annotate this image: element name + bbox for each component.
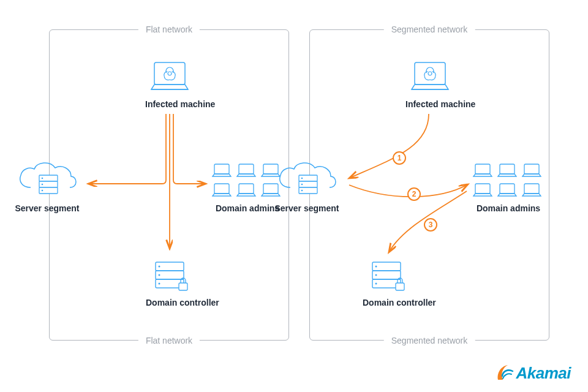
node-label: Server segment [273, 203, 341, 213]
brand-logo: Akamai [494, 363, 571, 383]
panel-title-top: Flat network [138, 24, 200, 34]
svg-rect-10 [239, 164, 254, 174]
svg-point-28 [301, 178, 303, 179]
node-label: Server segment [13, 203, 81, 213]
cloud-server-icon [273, 158, 341, 200]
laptop-grid-icon [472, 162, 545, 200]
svg-rect-35 [500, 184, 514, 194]
brand-name: Akamai [516, 364, 571, 383]
svg-point-40 [375, 266, 377, 268]
svg-point-2 [168, 72, 172, 75]
svg-point-24 [428, 72, 432, 75]
svg-point-20 [159, 283, 160, 285]
step-badge-3: 3 [424, 218, 437, 232]
svg-point-7 [42, 184, 43, 186]
svg-point-19 [159, 274, 160, 276]
step-badge-1: 1 [393, 151, 406, 165]
laptop-biohazard-icon [145, 60, 194, 96]
svg-point-29 [301, 184, 303, 186]
svg-point-6 [42, 178, 43, 179]
svg-rect-34 [475, 184, 490, 194]
node-dc-left: Domain controller [146, 258, 219, 307]
node-dc-right: Domain controller [363, 258, 436, 307]
node-server-right: Server segment [273, 158, 341, 213]
svg-rect-33 [524, 164, 539, 174]
svg-point-30 [301, 190, 303, 192]
node-label: Domain controller [146, 298, 219, 307]
svg-rect-0 [154, 62, 185, 85]
svg-rect-36 [524, 184, 539, 194]
node-label: Infected machine [405, 99, 475, 109]
panel-title-bottom: Segmented network [384, 336, 475, 345]
svg-rect-9 [214, 164, 229, 174]
svg-point-18 [159, 266, 160, 268]
node-infected-left: Infected machine [145, 60, 215, 109]
svg-point-41 [375, 274, 377, 276]
server-lock-icon [146, 258, 194, 294]
node-label: Domain controller [363, 298, 436, 307]
server-lock-icon [363, 258, 410, 294]
node-label: Domain admins [472, 203, 545, 213]
node-admins-right: Domain admins [472, 162, 545, 213]
panel-title-bottom: Flat network [138, 336, 200, 345]
svg-rect-31 [475, 164, 490, 174]
cloud-server-icon [13, 158, 81, 200]
node-server-left: Server segment [13, 158, 81, 213]
svg-rect-22 [415, 62, 445, 85]
svg-point-42 [375, 283, 377, 285]
svg-rect-43 [396, 283, 404, 290]
svg-rect-12 [214, 184, 229, 194]
svg-point-8 [42, 190, 43, 192]
svg-rect-13 [239, 184, 254, 194]
svg-rect-21 [179, 283, 187, 290]
node-label: Infected machine [145, 99, 215, 109]
akamai-wave-icon [494, 363, 515, 383]
svg-rect-32 [500, 164, 514, 174]
laptop-biohazard-icon [405, 60, 454, 96]
panel-title-top: Segmented network [384, 24, 475, 34]
step-badge-2: 2 [407, 187, 421, 201]
node-infected-right: Infected machine [405, 60, 475, 109]
